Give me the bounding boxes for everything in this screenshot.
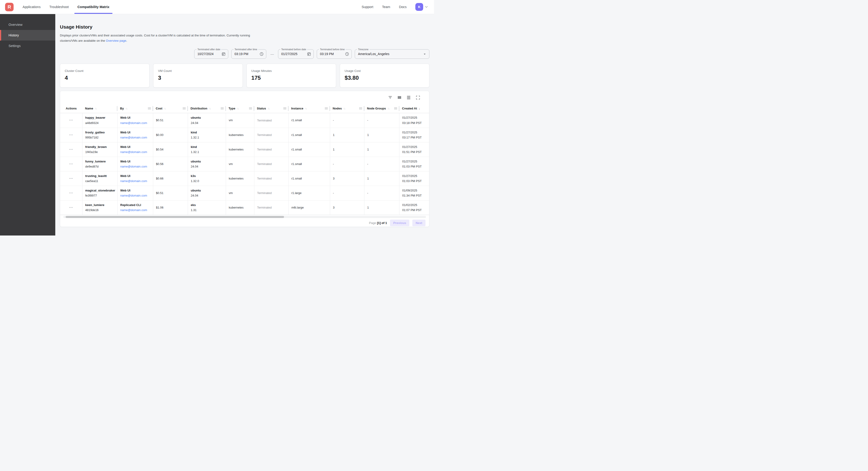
sidebar-item-overview[interactable]: Overview [0,19,55,30]
sort-icon: ↑↓ [209,107,211,110]
cell-status: Terminated [254,171,288,186]
calendar-icon[interactable] [307,52,311,56]
clock-icon[interactable] [345,52,349,56]
tab-applications[interactable]: Applications [20,0,43,14]
nodes-count: 1 [333,148,364,151]
cell-instance: r1.small [288,113,330,128]
terminated-after-date-field[interactable]: Terminated after date 10/27/2024 [194,49,228,59]
email-link[interactable]: name@domain.com [120,194,153,198]
row-actions-button[interactable]: ••• [68,147,74,152]
column-divider [399,106,399,111]
page-title: Usage History [60,24,429,30]
cell-distribution: eks1.31 [188,201,226,215]
chevron-down-icon[interactable] [424,5,429,9]
column-resize-handle[interactable] [183,108,186,109]
row-actions-button[interactable]: ••• [68,162,74,166]
column-header-instance[interactable]: Instance↑↓ [288,104,330,113]
column-header-cost[interactable]: Cost↑↓ [153,104,188,113]
docs-link[interactable]: Docs [399,5,407,9]
overview-page-link[interactable]: Overview page [106,39,126,42]
status-badge: Terminated [257,162,288,166]
calendar-icon[interactable] [221,52,226,56]
user-menu[interactable]: K [415,3,429,11]
distribution-version: 24.04 [191,121,226,125]
column-header-type[interactable]: Type↑↓ [226,104,254,113]
next-page-button[interactable]: Next [412,219,426,226]
column-resize-handle[interactable] [148,108,151,109]
fullscreen-icon[interactable] [415,95,420,100]
instance-type: r1.small [291,177,330,180]
column-label: Instance [291,107,303,110]
type-value: vm [229,162,254,166]
sidebar-item-settings[interactable]: Settings [0,40,55,51]
sidebar: Overview History Settings [0,14,55,235]
column-header-name[interactable]: Name↑↓ [82,104,117,113]
column-header-node_groups[interactable]: Node Groups↑↓ [364,104,399,113]
stat-label: VM Count [158,69,238,72]
node-groups-count: 1 [367,177,399,180]
cluster-id: cae5ea11 [85,179,117,183]
cell-name: trusting_leavittcae5ea11 [82,171,117,186]
column-header-created_at[interactable]: Created At↓ [399,104,429,113]
terminated-before-date-field[interactable]: Terminated before date 01/27/2025 [278,49,314,59]
column-resize-handle[interactable] [283,108,286,109]
support-link[interactable]: Support [362,5,373,9]
column-resize-handle[interactable] [249,108,252,109]
avatar[interactable]: K [415,3,423,11]
instance-type: r1.large [291,191,330,195]
row-actions-button[interactable]: ••• [68,205,74,210]
column-header-distribution[interactable]: Distribution↑↓ [188,104,226,113]
column-header-nodes[interactable]: Nodes↑↓ [330,104,364,113]
row-actions-button[interactable]: ••• [68,133,74,137]
created-by-source: Web UI [120,174,153,178]
column-resize-handle[interactable] [221,108,224,109]
scrollbar-thumb[interactable] [66,216,284,218]
team-link[interactable]: Team [382,5,390,9]
column-header-by[interactable]: By↑↓ [117,104,153,113]
row-actions-button[interactable]: ••• [68,176,74,181]
columns-icon[interactable] [397,95,402,100]
email-link[interactable]: name@domain.com [120,208,153,212]
description-line1: Displays prior clusters/VMs and their as… [60,34,250,37]
previous-page-button[interactable]: Previous [390,219,409,226]
density-icon[interactable] [406,95,411,100]
cell-status: Terminated [254,128,288,142]
sort-icon: ↑↓ [164,107,166,110]
sort-icon: ↑↓ [388,107,390,110]
column-resize-handle[interactable] [325,108,328,109]
sidebar-item-history[interactable]: History [0,30,55,40]
table-toolbar [60,91,429,104]
cell-node_groups: - [364,157,399,171]
clock-icon[interactable] [259,52,264,56]
tab-troubleshoot[interactable]: Troubleshoot [46,0,72,14]
sort-icon: ↑↓ [305,107,307,110]
cell-name: funny_lumierede9ed87d [82,157,117,171]
column-header-status[interactable]: Status↑↓ [254,104,288,113]
caret-down-icon[interactable] [423,52,427,56]
filter-icon[interactable] [388,95,393,100]
cell-status: Terminated [254,142,288,157]
email-link[interactable]: name@domain.com [120,150,153,154]
cell-by: Web UIname@domain.com [117,113,153,128]
email-link[interactable]: name@domain.com [120,121,153,125]
row-actions-button[interactable]: ••• [68,191,74,196]
timezone-select[interactable]: Timezone America/Los_Angeles [355,49,429,59]
column-resize-handle[interactable] [359,108,362,109]
tab-compatibility-matrix[interactable]: Compatibility Matrix [74,0,113,14]
email-link[interactable]: name@domain.com [120,179,153,183]
range-separator: — [271,52,274,56]
replicated-logo[interactable]: R [5,3,13,11]
cluster-count-card: Cluster Count 4 [60,64,150,88]
cell-distribution: ubuntu24.04 [188,186,226,200]
field-label: Terminated after time [234,48,258,51]
type-value: kubernetes [229,177,254,180]
field-label: Timezone [357,48,370,51]
email-link[interactable]: name@domain.com [120,136,153,139]
column-resize-handle[interactable] [394,108,397,109]
main-content: Usage History Displays prior clusters/VM… [55,14,434,235]
row-actions-button[interactable]: ••• [68,118,74,123]
cell-node_groups: 1 [364,142,399,157]
terminated-before-time-field[interactable]: Terminated before time 03:19 PM [317,49,352,59]
email-link[interactable]: name@domain.com [120,165,153,169]
terminated-after-time-field[interactable]: Terminated after time 03:19 PM [231,49,266,59]
